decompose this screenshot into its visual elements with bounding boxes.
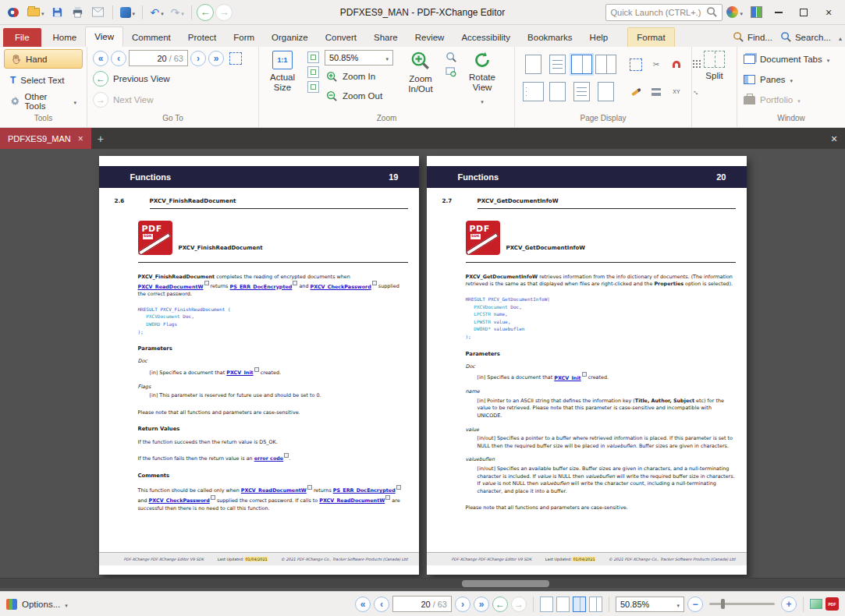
zoom-slider-thumb[interactable] (721, 599, 725, 609)
tab-bookmarks[interactable]: Bookmarks (519, 28, 581, 47)
snapshot-icon[interactable] (630, 58, 642, 71)
new-tab-button[interactable] (91, 128, 110, 149)
rotate-view-button[interactable]: Rotate View (459, 47, 506, 108)
panes-button[interactable]: Panes (744, 71, 829, 88)
close-tab-icon[interactable] (78, 133, 83, 144)
tab-home[interactable]: Home (44, 28, 86, 47)
tab-form[interactable]: Form (225, 28, 263, 47)
last-page-button[interactable] (208, 51, 224, 66)
two-pages-continuous-icon[interactable] (589, 597, 602, 612)
hand-tool-button[interactable]: Hand (4, 49, 83, 69)
single-page-icon[interactable] (525, 55, 541, 74)
single-page-icon[interactable] (540, 597, 553, 612)
fit-visible-icon[interactable] (307, 81, 319, 93)
doc-link[interactable]: error code (254, 455, 289, 462)
tab-convert[interactable]: Convert (317, 28, 365, 47)
quick-launch-input[interactable]: Quick Launch (CTRL+.) (605, 4, 723, 21)
magnet-icon[interactable] (673, 61, 680, 68)
quick-tool-button[interactable] (118, 3, 138, 22)
split-button[interactable]: Split (692, 47, 737, 83)
window-arrow-icon[interactable] (810, 599, 822, 609)
tab-organize[interactable]: Organize (263, 28, 317, 47)
doc-link[interactable]: PXCV_Init (554, 375, 586, 381)
collapse-ribbon-button[interactable] (839, 33, 842, 42)
horizontal-scrollbar[interactable] (0, 578, 845, 588)
zoom-out-button[interactable]: Zoom Out (325, 87, 393, 104)
forward-view-button[interactable] (215, 4, 233, 21)
next-view-button[interactable]: Next View (93, 90, 242, 108)
fit-width-icon[interactable] (307, 66, 319, 78)
tab-review[interactable]: Review (407, 28, 453, 47)
redo-button[interactable] (168, 3, 186, 22)
search-button[interactable]: Search... (780, 31, 831, 43)
pan-zoom-icon[interactable] (446, 66, 457, 78)
fit-page-icon[interactable] (307, 51, 319, 63)
zoom-slider[interactable] (709, 603, 775, 605)
close-button[interactable] (817, 2, 840, 23)
document-tab[interactable]: PDFXES9_MAN (0, 128, 91, 149)
xy-coordinates-icon[interactable] (670, 86, 683, 98)
zoom-level-select[interactable]: 50.85% (325, 50, 393, 65)
next-page-button[interactable] (455, 597, 470, 612)
open-file-button[interactable] (25, 3, 47, 22)
maximize-button[interactable] (792, 2, 815, 23)
tab-view[interactable]: View (85, 27, 123, 47)
last-page-button[interactable] (474, 597, 489, 612)
first-page-button[interactable] (355, 597, 371, 612)
pdf-logo-icon[interactable] (825, 597, 839, 611)
scrollbar-thumb[interactable] (462, 580, 549, 587)
zoom-level-select[interactable]: 50.85% (616, 597, 684, 612)
save-button[interactable] (48, 3, 67, 22)
tab-format[interactable]: Format (627, 27, 674, 47)
two-pages-icon[interactable] (573, 597, 586, 612)
doc-link[interactable]: PXCV_CheckPassword (149, 497, 215, 504)
ui-options-button[interactable] (724, 3, 745, 22)
find-button[interactable]: Find... (733, 31, 772, 43)
show-covers-icon[interactable] (549, 82, 566, 101)
page-layout-icon[interactable] (573, 82, 590, 101)
pencil-icon[interactable] (631, 87, 641, 96)
tab-help[interactable]: Help (581, 28, 617, 47)
email-button[interactable] (89, 3, 108, 22)
doc-link[interactable]: PXCV_ReadDocumentW (319, 497, 390, 504)
options-button[interactable]: Options... (6, 599, 68, 610)
full-screen-icon[interactable] (598, 82, 614, 101)
previous-view-button[interactable]: Previous View (93, 69, 242, 87)
tab-accessibility[interactable]: Accessibility (453, 28, 519, 47)
ruler-icon[interactable] (652, 88, 661, 96)
doc-link[interactable]: PS_ERR_DocEncrypted (229, 284, 297, 290)
switch-layout-button[interactable] (747, 3, 765, 22)
undo-button[interactable] (147, 3, 166, 22)
document-tabs-button[interactable]: Document Tabs (744, 51, 829, 68)
previous-page-button[interactable] (111, 51, 126, 66)
doc-link[interactable]: PXCV_Init (226, 370, 258, 376)
previous-view-button[interactable] (492, 597, 508, 612)
first-page-button[interactable] (93, 51, 108, 66)
zoom-in-button[interactable] (781, 597, 797, 612)
go-to-page-icon[interactable] (229, 52, 242, 65)
zoom-in-button[interactable]: Zoom In (325, 68, 393, 85)
next-page-button[interactable] (190, 51, 206, 66)
doc-link[interactable]: PXCV_ReadDocumentW (241, 487, 312, 494)
zoom-in-out-button[interactable]: Zoom In/Out (397, 47, 444, 96)
portfolio-button[interactable]: Portfolio (744, 91, 829, 108)
tab-share[interactable]: Share (365, 28, 407, 47)
doc-link[interactable]: PS_ERR_DocEncrypted (333, 487, 401, 494)
page-number-input[interactable]: 20 / 63 (392, 596, 452, 612)
other-tools-button[interactable]: Other Tools (4, 91, 83, 111)
continuous-icon[interactable] (549, 55, 566, 74)
back-view-button[interactable] (197, 4, 214, 21)
two-pages-icon[interactable] (571, 55, 592, 74)
print-button[interactable] (69, 3, 87, 22)
zoom-out-button[interactable] (687, 597, 703, 612)
loupe-icon[interactable] (446, 51, 457, 63)
doc-link[interactable]: PXCV_CheckPassword (311, 284, 377, 290)
tab-protect[interactable]: Protect (179, 28, 225, 47)
select-text-button[interactable]: Select Text (4, 70, 83, 90)
doc-link[interactable]: PXCV_ReadDocumentW (138, 284, 209, 290)
continuous-icon[interactable] (556, 597, 570, 612)
tab-file[interactable]: File (3, 28, 41, 47)
next-view-button[interactable] (511, 597, 527, 612)
two-pages-continuous-icon[interactable] (595, 55, 616, 74)
previous-page-button[interactable] (374, 597, 389, 612)
